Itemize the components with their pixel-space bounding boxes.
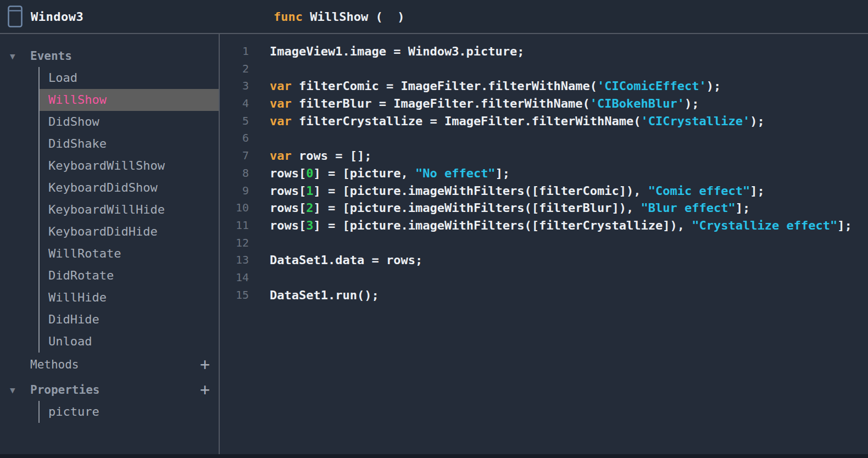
line-number: 8 [220,165,249,182]
window-icon [8,5,23,27]
code-text: ImageView1.image = Window3.picture; [249,43,525,60]
sidebar: ▼ Events LoadWillShowDidShowDidShakeKeyb… [0,34,220,458]
line-number: 7 [220,147,249,165]
code-text: DataSet1.run(); [249,287,379,304]
sidebar-item-keyboardwillshow[interactable]: KeyboardWillShow [40,155,219,177]
code-line[interactable]: 1ImageView1.image = Window3.picture; [220,43,868,60]
func-name: WillShow ( ) [303,10,404,24]
events-section-header[interactable]: ▼ Events [0,45,219,67]
code-line[interactable]: 7var rows = []; [220,147,868,165]
add-method-button[interactable]: + [200,356,210,373]
sidebar-item-unload[interactable]: Unload [40,331,219,353]
window-bottom-edge [0,454,868,458]
function-signature: func WillShow ( ) [274,0,404,33]
code-line[interactable]: 3var filterComic = ImageFilter.filterWit… [220,77,868,95]
code-text: rows[3] = [picture.imageWithFilters([fil… [249,217,852,234]
code-editor[interactable]: 1ImageView1.image = Window3.picture;23va… [220,34,868,458]
sidebar-item-willrotate[interactable]: WillRotate [40,243,219,265]
events-tree: LoadWillShowDidShowDidShakeKeyboardWillS… [38,67,219,353]
line-number: 11 [220,217,249,234]
code-line[interactable]: 10rows[2] = [picture.imageWithFilters([f… [220,199,868,217]
line-number: 3 [220,77,249,95]
code-line[interactable]: 12 [220,234,868,252]
sidebar-item-didshake[interactable]: DidShake [40,133,219,155]
line-number: 15 [220,287,249,304]
line-number: 12 [220,234,249,252]
code-text: var rows = []; [249,147,371,165]
properties-section-label: Properties [30,383,99,396]
code-line[interactable]: 14 [220,269,868,287]
chevron-down-icon[interactable]: ▼ [10,51,30,62]
sidebar-item-didrotate[interactable]: DidRotate [40,265,219,287]
sidebar-item-willhide[interactable]: WillHide [40,287,219,309]
code-text [249,234,270,252]
code-text: rows[0] = [picture, "No effect"]; [249,165,510,182]
line-number: 5 [220,113,249,130]
code-text: var filterBlur = ImageFilter.filterWithN… [249,95,699,113]
code-text: DataSet1.data = rows; [249,252,422,269]
sidebar-item-load[interactable]: Load [40,67,219,89]
properties-tree: picture [38,401,219,423]
sidebar-item-keyboarddidshow[interactable]: KeyboardDidShow [40,177,219,199]
line-number: 6 [220,130,249,147]
code-text [249,130,270,147]
line-number: 1 [220,43,249,60]
methods-section-header[interactable]: Methods + [0,354,219,376]
line-number: 4 [220,95,249,113]
code-line[interactable]: 13DataSet1.data = rows; [220,252,868,269]
line-number: 2 [220,60,249,78]
line-number: 14 [220,269,249,287]
code-line[interactable]: 11rows[3] = [picture.imageWithFilters([f… [220,217,868,234]
code-text [249,269,270,287]
add-property-button[interactable]: + [200,382,210,398]
code-text [249,60,270,78]
app-window: Window3 func WillShow ( ) ▼ Events LoadW… [0,0,868,458]
code-text: var filterCrystallize = ImageFilter.filt… [249,113,765,130]
sidebar-item-willshow[interactable]: WillShow [40,89,219,111]
code-line[interactable]: 15DataSet1.run(); [220,287,868,304]
code-line[interactable]: 6 [220,130,868,147]
methods-section-label: Methods [30,358,79,371]
code-line[interactable]: 8rows[0] = [picture, "No effect"]; [220,165,868,182]
sidebar-item-didhide[interactable]: DidHide [40,309,219,331]
sidebar-item-picture[interactable]: picture [40,401,219,423]
main-split: ▼ Events LoadWillShowDidShowDidShakeKeyb… [0,34,868,458]
code-line[interactable]: 5var filterCrystallize = ImageFilter.fil… [220,113,868,130]
code-text: rows[2] = [picture.imageWithFilters([fil… [249,199,750,217]
line-number: 13 [220,252,249,269]
sidebar-item-keyboardwillhide[interactable]: KeyboardWillHide [40,199,219,221]
line-number: 10 [220,199,249,217]
code-text: rows[1] = [picture.imageWithFilters([fil… [249,182,765,200]
code-line[interactable]: 2 [220,60,868,78]
window-title: Window3 [31,10,84,24]
chevron-down-icon[interactable]: ▼ [10,385,30,395]
code-text: var filterComic = ImageFilter.filterWith… [249,77,721,95]
properties-section-header[interactable]: ▼ Properties + [0,379,219,401]
func-keyword: func [274,10,303,24]
title-bar: Window3 func WillShow ( ) [0,0,868,34]
events-section-label: Events [30,49,72,63]
code-line[interactable]: 9rows[1] = [picture.imageWithFilters([fi… [220,182,868,200]
sidebar-item-didshow[interactable]: DidShow [40,111,219,133]
sidebar-item-keyboarddidhide[interactable]: KeyboardDidHide [40,221,219,243]
code-line[interactable]: 4var filterBlur = ImageFilter.filterWith… [220,95,868,113]
line-number: 9 [220,182,249,200]
